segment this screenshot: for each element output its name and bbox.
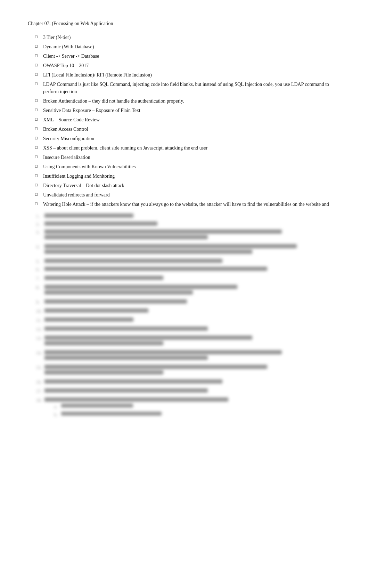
list-item: Dynamic (With Database) [35,43,341,50]
bullet-text: Security Misconfiguration [43,136,94,141]
list-item: OWASP Top 10 – 2017 [35,62,341,69]
bullet-text: Insecure Deserialization [43,155,90,160]
bullet-text: Using Components with Known Vulnerabilit… [43,164,136,169]
bullet-text: Insufficient Logging and Monitoring [43,174,115,179]
page-container: Chapter 07: (Focussing on Web Applicatio… [28,21,341,420]
list-item: Broken Authentication – they did not han… [35,97,341,105]
list-item: LDAP Command is just like SQL Command, i… [35,81,341,95]
list-item: Watering Hole Attack – if the attackers … [35,201,341,208]
list-item: LFI (Local File Inclusion)/ RFI (Remote … [35,71,341,79]
bullet-text: Broken Authentication – they did not han… [43,98,184,104]
list-item: Client -> Server -> Database [35,53,341,60]
bullet-text: XML – Source Code Review [43,117,100,122]
blurred-content: 1. 2. 3. 4. [28,214,341,420]
bullet-text: Watering Hole Attack – if the attackers … [43,202,329,207]
main-bullet-list: 3 Tier (N-tier) Dynamic (With Database) … [28,34,341,208]
list-item: XSS – about client problem, client side … [35,144,341,152]
list-item: Insecure Deserialization [35,154,341,161]
bullet-text: XSS – about client problem, client side … [43,145,207,151]
list-item: Security Misconfiguration [35,135,341,142]
list-item: Using Components with Known Vulnerabilit… [35,163,341,170]
list-item: Sensitive Data Exposure – Exposure of Pl… [35,107,341,114]
bullet-text: LDAP Command is just like SQL Command, i… [43,82,329,94]
bullet-text: Directory Traversal – Dot dot slash atta… [43,183,124,188]
list-item: Insufficient Logging and Monitoring [35,172,341,180]
chapter-title: Chapter 07: (Focussing on Web Applicatio… [28,21,113,28]
list-item: Unvalidated redirects and forward [35,191,341,199]
bullet-text: 3 Tier (N-tier) [43,35,71,40]
bullet-text: LFI (Local File Inclusion)/ RFI (Remote … [43,72,152,78]
bullet-text: Unvalidated redirects and forward [43,192,110,198]
bullet-text: Sensitive Data Exposure – Exposure of Pl… [43,108,140,113]
list-item: Broken Access Control [35,126,341,133]
bullet-text: Broken Access Control [43,127,88,132]
list-item: Directory Traversal – Dot dot slash atta… [35,182,341,189]
bullet-text: Dynamic (With Database) [43,44,94,49]
list-item: 3 Tier (N-tier) [35,34,341,41]
list-item: XML – Source Code Review [35,116,341,123]
bullet-text: Client -> Server -> Database [43,54,99,59]
bullet-text: OWASP Top 10 – 2017 [43,63,89,68]
